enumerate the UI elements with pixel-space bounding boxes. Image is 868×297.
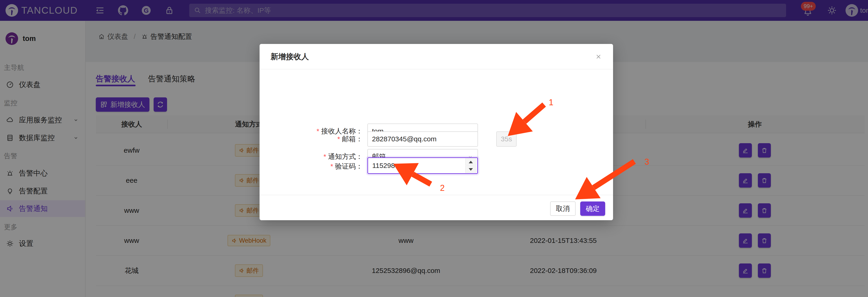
spinner-down-button[interactable]: [465, 166, 476, 173]
field-label-email: *邮箱：: [259, 131, 363, 147]
modal-title: 新增接收人: [271, 44, 309, 69]
verification-code-input[interactable]: [368, 162, 465, 170]
required-mark: *: [337, 135, 340, 143]
required-mark: *: [330, 162, 333, 170]
send-code-countdown-button[interactable]: 35s: [496, 131, 517, 147]
spinner-up-button[interactable]: [465, 159, 476, 165]
confirm-button[interactable]: 确定: [580, 201, 605, 216]
add-receiver-modal: 新增接收人 *接收人名称： *通知方式： 邮箱 *邮箱： 35s *验证码：: [259, 44, 613, 220]
number-spinner: [465, 159, 476, 173]
close-icon[interactable]: [592, 51, 605, 63]
app-window: TANCLOUD G 99+ tom: [0, 0, 868, 297]
modal-header: 新增接收人: [259, 44, 613, 69]
cancel-button[interactable]: 取消: [550, 201, 576, 216]
field-label-code: *验证码：: [259, 158, 363, 175]
email-input[interactable]: [367, 131, 478, 147]
verification-code-field: [367, 157, 478, 174]
modal-footer-divider: [259, 195, 613, 195]
